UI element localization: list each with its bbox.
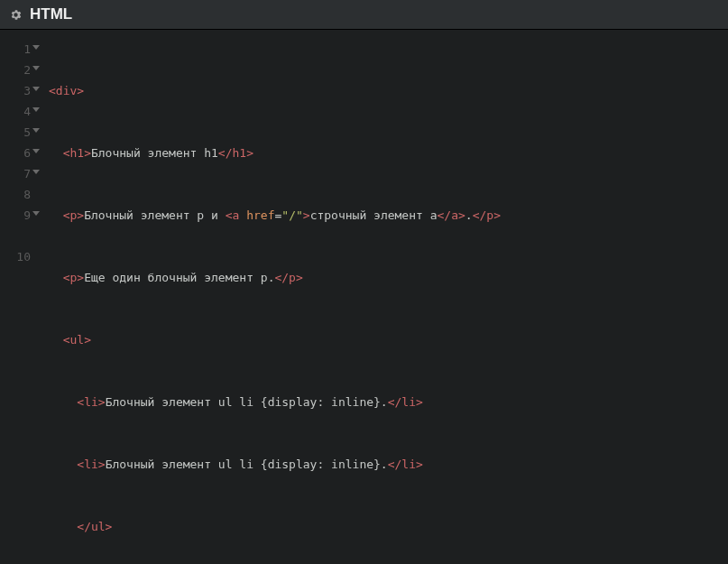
code-line: <h1>Блочный элемент h1</h1> — [49, 143, 719, 163]
code-content[interactable]: <div> <h1>Блочный элемент h1</h1> <p>Бло… — [36, 39, 728, 564]
fold-icon[interactable] — [32, 107, 40, 112]
code-line: </ul> — [49, 516, 719, 537]
fold-icon[interactable] — [32, 87, 40, 91]
code-editor[interactable]: 1 2 3 4 5 6 7 8 9 10 <div> <h1>Блочный э… — [0, 30, 728, 564]
code-line: <li>Блочный элемент ul li {display: inli… — [49, 454, 719, 475]
code-line: <div> — [49, 80, 719, 101]
gear-icon[interactable] — [9, 8, 23, 22]
fold-icon[interactable] — [32, 45, 40, 50]
fold-icon[interactable] — [32, 149, 40, 153]
code-line: <ul> — [49, 329, 719, 350]
panel-title: HTML — [30, 5, 72, 23]
line-number: 6 — [0, 143, 31, 163]
line-gutter: 1 2 3 4 5 6 7 8 9 10 — [0, 39, 36, 564]
line-number: 1 — [0, 39, 31, 60]
line-number: 10 — [0, 246, 31, 267]
line-number: 4 — [0, 101, 31, 122]
fold-icon[interactable] — [32, 128, 40, 133]
code-line: <p>Еще один блочный элемент p.</p> — [49, 267, 719, 288]
line-number: 2 — [0, 60, 31, 80]
line-number: 9 — [0, 205, 31, 226]
line-number: 8 — [0, 184, 31, 205]
code-line: <li>Блочный элемент ul li {display: inli… — [49, 392, 719, 412]
fold-icon[interactable] — [32, 170, 40, 174]
code-line: <p>Блочный элемент p и <a href="/">строч… — [49, 205, 719, 226]
line-number — [0, 226, 31, 246]
line-number: 7 — [0, 163, 31, 184]
line-number: 5 — [0, 122, 31, 143]
fold-icon[interactable] — [32, 211, 40, 216]
line-number: 3 — [0, 80, 31, 101]
fold-icon[interactable] — [32, 66, 40, 70]
editor-header: HTML — [0, 0, 728, 30]
